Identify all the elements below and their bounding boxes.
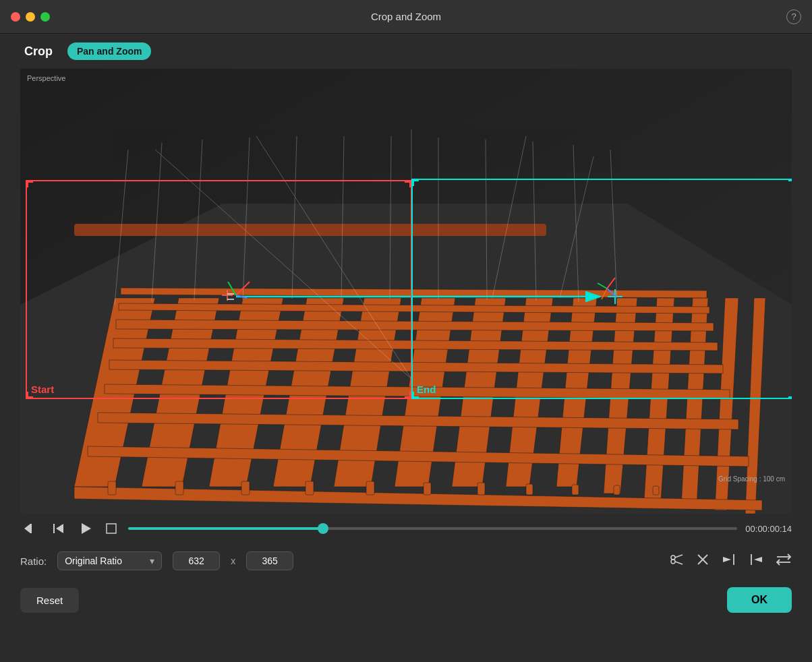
svg-rect-28 [241,481,250,495]
svg-rect-30 [366,481,374,495]
svg-rect-70 [30,524,32,533]
ratio-x-label: x [231,555,235,566]
help-button[interactable]: ? [786,9,801,24]
ratio-bar: Ratio: Original Ratio ▾ x [0,543,812,578]
svg-rect-32 [477,483,485,495]
video-canvas: Perspective Grid Spacing : 100 cm [20,69,792,514]
stop-button[interactable] [103,520,120,537]
timeline-slider[interactable] [128,527,737,530]
svg-marker-72 [56,524,63,533]
scissor-icon-button[interactable] [669,552,684,570]
titlebar: Crop and Zoom ? [0,0,812,34]
ratio-label: Ratio: [20,555,47,567]
timecode: 00:00:00:14 [745,524,792,534]
svg-point-75 [671,555,675,560]
ok-button[interactable]: OK [727,587,792,613]
svg-rect-33 [526,484,533,495]
svg-rect-27 [175,481,183,495]
svg-marker-69 [24,524,30,533]
align-right-icon-button[interactable] [722,553,736,570]
close-button[interactable] [11,12,20,22]
ratio-icons [669,552,792,570]
svg-rect-35 [614,485,620,495]
svg-marker-73 [82,523,91,534]
window-controls [11,12,50,22]
rewind-button[interactable] [20,520,40,537]
ratio-selected: Original Ratio [65,555,122,566]
svg-point-76 [671,560,675,564]
tab-pan-zoom[interactable]: Pan and Zoom [67,42,151,60]
window-title: Crop and Zoom [371,11,441,22]
ratio-dropdown[interactable]: Original Ratio ▾ [57,551,162,570]
step-back-button[interactable] [49,520,69,537]
tab-crop[interactable]: Crop [20,42,57,61]
play-button[interactable] [77,520,94,537]
ratio-width-input[interactable] [173,551,220,570]
action-bar: Reset OK [0,578,812,622]
svg-rect-26 [108,481,116,495]
grid-spacing-label: Grid Spacing : 100 cm [718,475,785,483]
svg-rect-31 [424,483,431,495]
timeline-thumb[interactable] [318,523,328,534]
svg-line-78 [675,562,683,564]
svg-rect-34 [572,485,579,495]
tabbar: Crop Pan and Zoom [0,34,812,69]
svg-rect-29 [306,481,314,495]
timeline-progress [128,527,323,530]
reset-button[interactable]: Reset [20,588,79,613]
playback-bar: 00:00:00:14 [0,514,812,543]
svg-line-77 [675,555,683,558]
svg-rect-36 [653,486,659,495]
minimize-button[interactable] [26,12,35,22]
ratio-height-input[interactable] [246,551,293,570]
chevron-down-icon: ▾ [150,555,154,566]
svg-rect-2 [74,224,546,236]
swap-icon-button[interactable] [776,553,792,570]
svg-rect-71 [53,524,55,533]
perspective-label: Perspective [27,74,65,82]
align-left-icon-button[interactable] [749,553,763,570]
svg-rect-74 [107,524,116,533]
scene-svg [20,69,792,514]
svg-marker-82 [723,557,731,562]
svg-marker-84 [754,557,762,562]
maximize-button[interactable] [40,12,50,22]
close-icon-button[interactable] [696,553,709,570]
